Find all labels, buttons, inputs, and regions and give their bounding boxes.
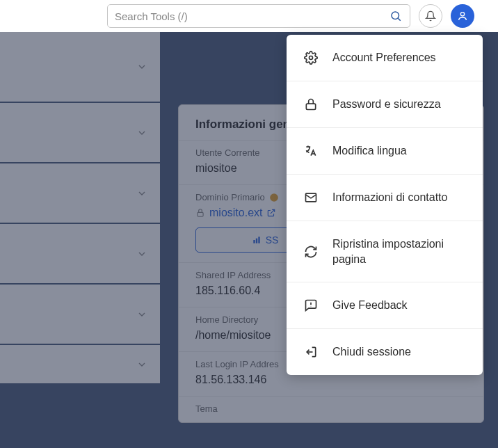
feedback-icon: [303, 298, 319, 313]
translate-icon: [303, 143, 319, 159]
notifications-button[interactable]: [419, 4, 442, 28]
menu-label: Give Feedback: [332, 298, 408, 313]
svg-point-2: [460, 13, 464, 16]
menu-label: Password e sicurezza: [332, 97, 441, 112]
menu-contact-info[interactable]: Informazioni di contatto: [287, 175, 483, 221]
menu-account-preferences[interactable]: Account Preferences: [287, 35, 483, 81]
search-icon[interactable]: [389, 9, 403, 23]
user-menu-button[interactable]: [451, 4, 474, 28]
lock-icon: [303, 97, 319, 112]
refresh-icon: [303, 244, 319, 259]
mail-icon: [303, 190, 319, 205]
logout-icon: [303, 344, 319, 360]
menu-reset-page-settings[interactable]: Ripristina impostazioni pagina: [287, 221, 483, 282]
menu-password-security[interactable]: Password e sicurezza: [287, 81, 483, 128]
menu-give-feedback[interactable]: Give Feedback: [287, 282, 483, 329]
menu-label: Modifica lingua: [332, 143, 407, 159]
gear-icon: [303, 50, 319, 65]
svg-point-8: [310, 56, 313, 60]
menu-label: Informazioni di contatto: [332, 190, 447, 205]
menu-logout[interactable]: Chiudi sessione: [287, 329, 483, 375]
search-input[interactable]: [115, 10, 389, 22]
svg-point-0: [392, 12, 399, 19]
menu-label: Account Preferences: [332, 50, 436, 65]
svg-line-1: [398, 18, 400, 20]
menu-change-language[interactable]: Modifica lingua: [287, 128, 483, 175]
search-container[interactable]: [107, 4, 410, 28]
svg-rect-9: [306, 104, 315, 109]
menu-label: Chiudi sessione: [332, 344, 411, 360]
menu-label: Ripristina impostazioni pagina: [332, 237, 466, 266]
user-dropdown-menu: Account Preferences Password e sicurezza…: [287, 35, 483, 375]
topbar: [0, 0, 498, 32]
